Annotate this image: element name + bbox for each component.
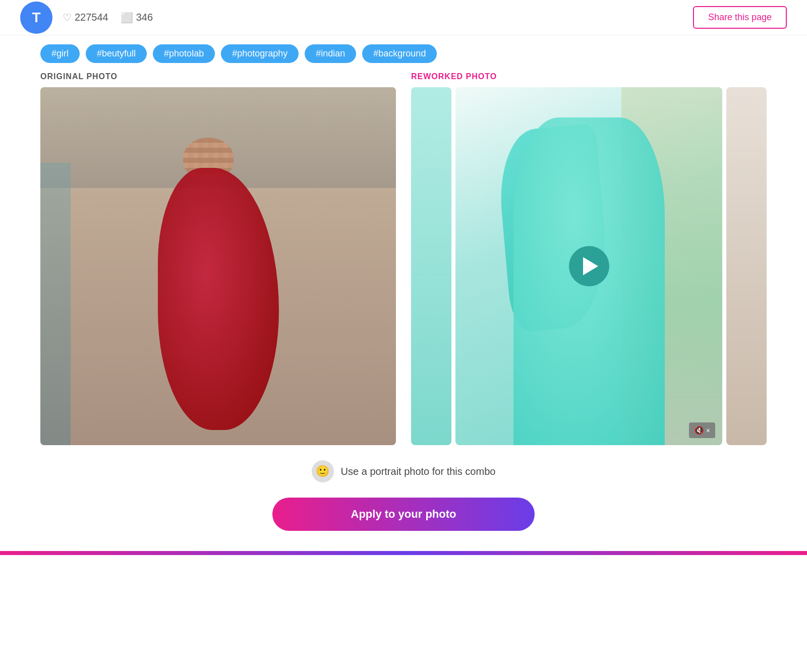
bg-railing: [40, 163, 71, 445]
original-photo-column: ORIGINAL PHOTO: [40, 72, 396, 445]
reworked-photo-main-bg: 🔇 ×: [455, 87, 722, 445]
hint-text: Use a portrait photo for this combo: [341, 466, 496, 477]
shares-count: 346: [136, 12, 153, 23]
stats-row: ♡ 227544 ⬜ 346: [63, 12, 153, 24]
reworked-side-left-bg: [411, 87, 451, 445]
bottom-hint: 🙂 Use a portrait photo for this combo: [0, 445, 807, 493]
reworked-photo-side-right: [726, 87, 767, 445]
tag-photography[interactable]: #photography: [221, 44, 299, 63]
reworked-photo-side-left: [411, 87, 451, 445]
bottom-gradient-bar: [0, 551, 807, 555]
header-left: T ♡ 227544 ⬜ 346: [20, 2, 153, 34]
reworked-photo-main: 🔇 ×: [455, 87, 722, 445]
reworked-photo-label: REWORKED PHOTO: [411, 72, 767, 81]
reworked-side-right-bg: [726, 87, 767, 445]
photos-section: ORIGINAL PHOTO REWORKED PHOTO: [0, 72, 807, 445]
play-triangle-icon: [583, 257, 598, 275]
header: T ♡ 227544 ⬜ 346 Share this page: [0, 0, 807, 35]
original-photo-label: ORIGINAL PHOTO: [40, 72, 396, 81]
share-button[interactable]: Share this page: [693, 6, 787, 29]
likes-stat: ♡ 227544: [63, 12, 108, 24]
mute-button[interactable]: 🔇 ×: [689, 422, 715, 438]
mute-icon: 🔇: [694, 425, 704, 435]
figure-red: [153, 138, 284, 430]
heart-icon: ♡: [63, 12, 72, 24]
apply-button-container: Apply to your photo: [0, 493, 807, 546]
likes-count: 227544: [75, 12, 108, 23]
reworked-photos-row: 🔇 ×: [411, 87, 767, 445]
reworked-photo-column: REWORKED PHOTO: [411, 72, 767, 445]
play-button[interactable]: [569, 246, 609, 286]
tag-beutyfull[interactable]: #beutyfull: [86, 44, 147, 63]
tags-section: #girl #beutyfull #photolab #photography …: [0, 35, 807, 72]
original-photo-container: [40, 87, 396, 445]
tag-photolab[interactable]: #photolab: [153, 44, 215, 63]
avatar: T: [20, 2, 52, 34]
shares-stat: ⬜ 346: [121, 12, 153, 24]
mute-x: ×: [706, 426, 710, 435]
tag-girl[interactable]: #girl: [40, 44, 80, 63]
red-dupatta: [158, 168, 279, 430]
tag-background[interactable]: #background: [362, 44, 437, 63]
share-count-icon: ⬜: [121, 12, 133, 24]
tag-indian[interactable]: #indian: [305, 44, 356, 63]
apply-button[interactable]: Apply to your photo: [272, 498, 535, 531]
original-photo-bg: [40, 87, 396, 445]
hint-icon: 🙂: [312, 460, 334, 482]
